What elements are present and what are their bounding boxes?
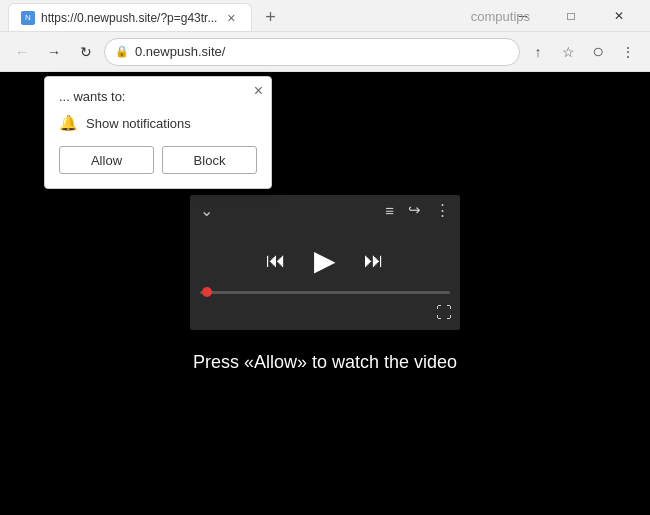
popup-close-button[interactable]: ×: [254, 83, 263, 99]
video-bottombar: ⛶: [190, 300, 460, 330]
play-button[interactable]: ▶: [314, 244, 336, 277]
next-button[interactable]: ⏭: [364, 249, 384, 272]
address-bar[interactable]: 🔒 0.newpush.site/: [104, 38, 520, 66]
progress-bar[interactable]: [200, 291, 450, 294]
brand-label: computips: [471, 8, 530, 23]
progress-dot[interactable]: [202, 287, 212, 297]
browser-content: × ... wants to: 🔔 Show notifications All…: [0, 72, 650, 515]
popup-notification-text: Show notifications: [86, 116, 191, 131]
block-button[interactable]: Block: [162, 146, 257, 174]
new-tab-button[interactable]: +: [256, 3, 284, 31]
bookmark-icon[interactable]: ☆: [554, 38, 582, 66]
popup-notification-row: 🔔 Show notifications: [59, 114, 257, 132]
titlebar: N https://0.newpush.site/?p=g43tr... × +…: [0, 0, 650, 32]
titlebar-tabs: N https://0.newpush.site/?p=g43tr... × +: [8, 0, 500, 31]
address-text: 0.newpush.site/: [135, 44, 509, 59]
video-topbar-right: ≡ ↪ ⋮: [385, 201, 450, 219]
toolbar-actions: ↑ ☆ ○ ⋮: [524, 38, 642, 66]
tab-title: https://0.newpush.site/?p=g43tr...: [41, 11, 217, 25]
instruction-text: Press «Allow» to watch the video: [193, 352, 457, 373]
playlist-icon[interactable]: ≡: [385, 202, 394, 219]
tab-favicon: N: [21, 11, 35, 25]
bell-icon: 🔔: [59, 114, 78, 132]
lock-icon: 🔒: [115, 45, 129, 58]
video-progress[interactable]: [190, 291, 460, 300]
forward-button[interactable]: →: [40, 38, 68, 66]
fullscreen-icon[interactable]: ⛶: [436, 304, 452, 322]
prev-button[interactable]: ⏮: [266, 249, 286, 272]
refresh-button[interactable]: ↻: [72, 38, 100, 66]
toolbar: ← → ↻ 🔒 0.newpush.site/ ↑ ☆ ○ ⋮: [0, 32, 650, 72]
video-player: ⌄ ≡ ↪ ⋮ ⏮ ▶ ⏭ ⛶: [190, 195, 460, 330]
notification-popup: × ... wants to: 🔔 Show notifications All…: [44, 76, 272, 189]
menu-icon[interactable]: ⋮: [614, 38, 642, 66]
chevron-down-icon[interactable]: ⌄: [200, 201, 213, 220]
popup-buttons: Allow Block: [59, 146, 257, 174]
close-button[interactable]: ✕: [596, 0, 642, 32]
popup-header: ... wants to:: [59, 89, 257, 104]
video-more-icon[interactable]: ⋮: [435, 201, 450, 219]
active-tab[interactable]: N https://0.newpush.site/?p=g43tr... ×: [8, 3, 252, 31]
profile-icon[interactable]: ○: [584, 38, 612, 66]
back-button[interactable]: ←: [8, 38, 36, 66]
video-controls-center: ⏮ ▶ ⏭: [190, 226, 460, 291]
allow-button[interactable]: Allow: [59, 146, 154, 174]
video-share-icon[interactable]: ↪: [408, 201, 421, 219]
share-icon[interactable]: ↑: [524, 38, 552, 66]
tab-close-button[interactable]: ×: [223, 10, 239, 26]
video-topbar: ⌄ ≡ ↪ ⋮: [190, 195, 460, 226]
maximize-button[interactable]: □: [548, 0, 594, 32]
